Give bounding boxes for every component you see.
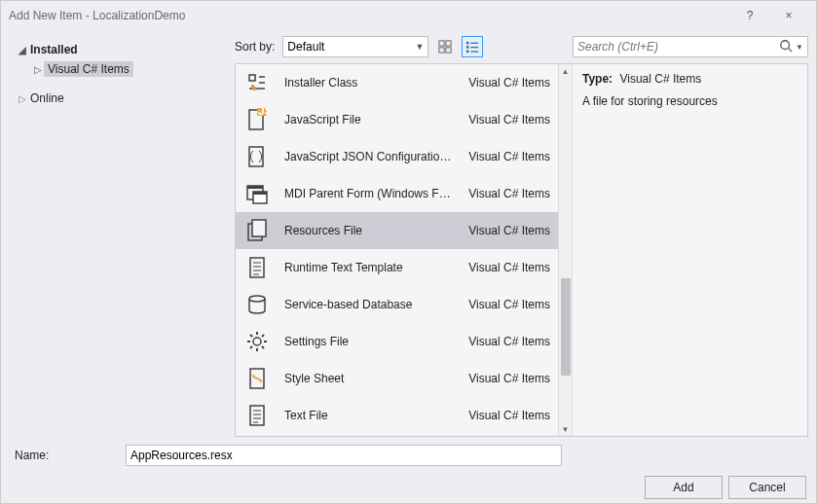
name-label: Name: — [11, 449, 114, 462]
text-template-icon — [243, 254, 271, 281]
footer: Add Cancel — [1, 470, 816, 504]
svg-rect-8 — [466, 51, 469, 54]
close-button[interactable]: × — [769, 2, 808, 29]
scroll-down-icon[interactable]: ▼ — [559, 422, 572, 436]
svg-rect-7 — [471, 47, 479, 48]
list-item[interactable]: Installer Class Visual C# Items — [236, 64, 558, 101]
view-list-button[interactable] — [462, 36, 483, 57]
svg-line-36 — [262, 335, 264, 337]
list-item[interactable]: Runtime Text Template Visual C# Items — [236, 249, 558, 286]
name-input[interactable] — [126, 445, 562, 466]
tree-csharp-items[interactable]: ▷ Visual C# Items — [15, 59, 231, 79]
sort-value: Default — [287, 40, 324, 54]
toolbar: Sort by: Default ▼ ▼ — [235, 34, 808, 63]
svg-rect-19 — [253, 192, 267, 195]
mdi-form-icon — [243, 180, 271, 207]
search-box[interactable]: ▼ — [573, 36, 808, 57]
svg-point-28 — [253, 338, 261, 345]
list-item[interactable]: Text File Visual C# Items — [236, 397, 558, 434]
svg-rect-17 — [247, 186, 263, 189]
svg-rect-21 — [252, 220, 266, 236]
list-item[interactable]: Settings File Visual C# Items — [236, 323, 558, 360]
svg-rect-4 — [466, 42, 469, 45]
category-tree: ◢ Installed ▷ Visual C# Items ▷ Online — [9, 34, 235, 437]
list-item[interactable]: JavaScript JSON Configuration F... Visua… — [236, 138, 558, 175]
svg-line-35 — [250, 346, 252, 348]
installer-class-icon — [243, 69, 271, 96]
detail-type-value: Visual C# Items — [619, 72, 701, 86]
list-item[interactable]: Style Sheet Visual C# Items — [236, 360, 558, 397]
tree-installed[interactable]: ◢ Installed — [15, 40, 231, 59]
view-tiles-button[interactable] — [434, 36, 456, 57]
json-config-icon — [243, 143, 271, 170]
list-icon — [465, 40, 479, 54]
svg-point-27 — [249, 296, 265, 302]
search-input[interactable] — [577, 40, 779, 54]
list-item-selected[interactable]: Resources File Visual C# Items — [236, 212, 558, 249]
svg-rect-1 — [446, 41, 451, 46]
resources-file-icon — [243, 217, 271, 244]
text-file-icon — [243, 402, 271, 429]
settings-icon — [243, 328, 271, 355]
chevron-right-icon: ▷ — [32, 64, 44, 75]
scrollbar[interactable]: ▲ ▼ — [558, 64, 572, 436]
svg-text:JS: JS — [258, 108, 269, 118]
svg-rect-0 — [439, 41, 444, 46]
svg-rect-2 — [439, 48, 444, 53]
list-item[interactable]: Service-based Database Visual C# Items — [236, 286, 558, 323]
dropdown-arrow-icon: ▼ — [796, 43, 803, 52]
search-icon — [779, 39, 793, 55]
name-row: Name: — [1, 437, 816, 470]
sort-dropdown[interactable]: Default ▼ — [282, 36, 428, 57]
detail-pane: Type: Visual C# Items A file for storing… — [572, 64, 807, 436]
chevron-right-icon: ▷ — [17, 93, 28, 104]
stylesheet-icon — [243, 365, 271, 392]
svg-rect-3 — [446, 48, 451, 53]
database-icon — [243, 291, 271, 318]
svg-line-33 — [250, 335, 252, 337]
template-list: Installer Class Visual C# Items JS JavaS… — [236, 64, 558, 436]
help-button[interactable]: ? — [730, 2, 769, 29]
detail-description: A file for storing resources — [582, 93, 798, 110]
sort-label: Sort by: — [235, 40, 275, 54]
list-item[interactable]: MDI Parent Form (Windows For... Visual C… — [236, 175, 558, 212]
svg-rect-15 — [249, 147, 263, 166]
svg-point-10 — [781, 40, 790, 49]
scroll-thumb[interactable] — [561, 278, 571, 376]
window-title: Add New Item - LocalizationDemo — [9, 9, 730, 22]
svg-line-11 — [789, 48, 793, 52]
detail-type-label: Type: — [582, 72, 613, 86]
list-item[interactable]: JS JavaScript File Visual C# Items — [236, 101, 558, 138]
chevron-down-icon: ◢ — [17, 45, 28, 55]
tree-online[interactable]: ▷ Online — [15, 89, 231, 108]
svg-rect-5 — [471, 43, 479, 44]
chevron-down-icon: ▼ — [415, 42, 424, 52]
svg-rect-9 — [471, 51, 479, 52]
titlebar: Add New Item - LocalizationDemo ? × — [1, 1, 816, 30]
add-button[interactable]: Add — [645, 476, 723, 499]
cancel-button[interactable]: Cancel — [728, 476, 806, 499]
svg-line-34 — [262, 346, 264, 348]
scroll-up-icon[interactable]: ▲ — [559, 64, 572, 78]
svg-rect-6 — [466, 46, 469, 49]
javascript-file-icon: JS — [243, 106, 271, 133]
tiles-icon — [438, 40, 452, 54]
